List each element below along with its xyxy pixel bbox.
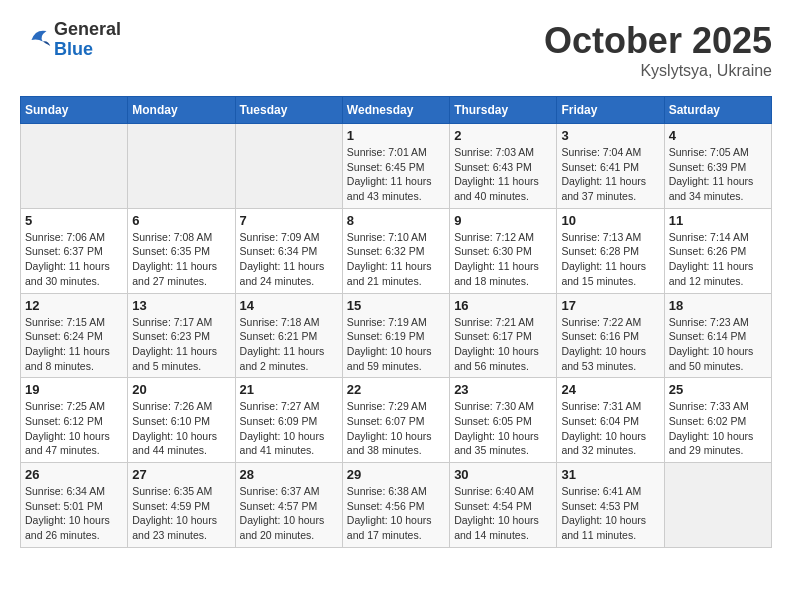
day-number: 16 [454, 298, 552, 313]
day-info: Sunrise: 7:12 AM Sunset: 6:30 PM Dayligh… [454, 230, 552, 289]
calendar-cell: 25Sunrise: 7:33 AM Sunset: 6:02 PM Dayli… [664, 378, 771, 463]
day-info: Sunrise: 7:27 AM Sunset: 6:09 PM Dayligh… [240, 399, 338, 458]
day-number: 27 [132, 467, 230, 482]
day-info: Sunrise: 7:31 AM Sunset: 6:04 PM Dayligh… [561, 399, 659, 458]
calendar-week-row: 19Sunrise: 7:25 AM Sunset: 6:12 PM Dayli… [21, 378, 772, 463]
day-number: 31 [561, 467, 659, 482]
day-info: Sunrise: 6:38 AM Sunset: 4:56 PM Dayligh… [347, 484, 445, 543]
calendar-cell: 18Sunrise: 7:23 AM Sunset: 6:14 PM Dayli… [664, 293, 771, 378]
calendar-cell: 23Sunrise: 7:30 AM Sunset: 6:05 PM Dayli… [450, 378, 557, 463]
day-info: Sunrise: 6:37 AM Sunset: 4:57 PM Dayligh… [240, 484, 338, 543]
calendar-cell: 1Sunrise: 7:01 AM Sunset: 6:45 PM Daylig… [342, 124, 449, 209]
calendar-week-row: 26Sunrise: 6:34 AM Sunset: 5:01 PM Dayli… [21, 463, 772, 548]
day-number: 3 [561, 128, 659, 143]
day-number: 4 [669, 128, 767, 143]
logo-bird-icon [24, 25, 54, 55]
calendar-cell: 7Sunrise: 7:09 AM Sunset: 6:34 PM Daylig… [235, 208, 342, 293]
day-info: Sunrise: 7:06 AM Sunset: 6:37 PM Dayligh… [25, 230, 123, 289]
day-number: 19 [25, 382, 123, 397]
page-header: General Blue October 2025 Kyslytsya, Ukr… [20, 20, 772, 80]
calendar-cell: 13Sunrise: 7:17 AM Sunset: 6:23 PM Dayli… [128, 293, 235, 378]
day-info: Sunrise: 7:22 AM Sunset: 6:16 PM Dayligh… [561, 315, 659, 374]
calendar-cell [235, 124, 342, 209]
calendar-cell: 5Sunrise: 7:06 AM Sunset: 6:37 PM Daylig… [21, 208, 128, 293]
day-number: 20 [132, 382, 230, 397]
day-number: 13 [132, 298, 230, 313]
calendar-cell: 24Sunrise: 7:31 AM Sunset: 6:04 PM Dayli… [557, 378, 664, 463]
calendar-cell: 17Sunrise: 7:22 AM Sunset: 6:16 PM Dayli… [557, 293, 664, 378]
day-info: Sunrise: 7:21 AM Sunset: 6:17 PM Dayligh… [454, 315, 552, 374]
day-info: Sunrise: 7:03 AM Sunset: 6:43 PM Dayligh… [454, 145, 552, 204]
logo-text: General Blue [54, 20, 121, 60]
calendar-cell: 28Sunrise: 6:37 AM Sunset: 4:57 PM Dayli… [235, 463, 342, 548]
day-number: 10 [561, 213, 659, 228]
weekday-header: Saturday [664, 97, 771, 124]
day-number: 11 [669, 213, 767, 228]
day-number: 1 [347, 128, 445, 143]
calendar-cell: 9Sunrise: 7:12 AM Sunset: 6:30 PM Daylig… [450, 208, 557, 293]
day-number: 30 [454, 467, 552, 482]
day-number: 23 [454, 382, 552, 397]
day-info: Sunrise: 7:33 AM Sunset: 6:02 PM Dayligh… [669, 399, 767, 458]
day-info: Sunrise: 7:01 AM Sunset: 6:45 PM Dayligh… [347, 145, 445, 204]
weekday-header: Wednesday [342, 97, 449, 124]
weekday-header-row: SundayMondayTuesdayWednesdayThursdayFrid… [21, 97, 772, 124]
location: Kyslytsya, Ukraine [544, 62, 772, 80]
day-info: Sunrise: 7:14 AM Sunset: 6:26 PM Dayligh… [669, 230, 767, 289]
day-info: Sunrise: 7:23 AM Sunset: 6:14 PM Dayligh… [669, 315, 767, 374]
day-number: 25 [669, 382, 767, 397]
day-info: Sunrise: 7:17 AM Sunset: 6:23 PM Dayligh… [132, 315, 230, 374]
weekday-header: Thursday [450, 97, 557, 124]
day-info: Sunrise: 7:09 AM Sunset: 6:34 PM Dayligh… [240, 230, 338, 289]
calendar-cell: 15Sunrise: 7:19 AM Sunset: 6:19 PM Dayli… [342, 293, 449, 378]
day-info: Sunrise: 7:10 AM Sunset: 6:32 PM Dayligh… [347, 230, 445, 289]
logo-general: General [54, 20, 121, 40]
calendar-cell: 26Sunrise: 6:34 AM Sunset: 5:01 PM Dayli… [21, 463, 128, 548]
logo-blue: Blue [54, 40, 121, 60]
weekday-header: Monday [128, 97, 235, 124]
calendar-cell: 27Sunrise: 6:35 AM Sunset: 4:59 PM Dayli… [128, 463, 235, 548]
calendar-week-row: 1Sunrise: 7:01 AM Sunset: 6:45 PM Daylig… [21, 124, 772, 209]
day-number: 26 [25, 467, 123, 482]
day-number: 17 [561, 298, 659, 313]
day-number: 14 [240, 298, 338, 313]
day-info: Sunrise: 7:04 AM Sunset: 6:41 PM Dayligh… [561, 145, 659, 204]
calendar-cell: 22Sunrise: 7:29 AM Sunset: 6:07 PM Dayli… [342, 378, 449, 463]
weekday-header: Friday [557, 97, 664, 124]
day-number: 5 [25, 213, 123, 228]
calendar-cell [664, 463, 771, 548]
logo: General Blue [20, 20, 121, 60]
day-info: Sunrise: 6:35 AM Sunset: 4:59 PM Dayligh… [132, 484, 230, 543]
calendar-body: 1Sunrise: 7:01 AM Sunset: 6:45 PM Daylig… [21, 124, 772, 548]
calendar-cell: 2Sunrise: 7:03 AM Sunset: 6:43 PM Daylig… [450, 124, 557, 209]
calendar-week-row: 5Sunrise: 7:06 AM Sunset: 6:37 PM Daylig… [21, 208, 772, 293]
calendar-cell: 10Sunrise: 7:13 AM Sunset: 6:28 PM Dayli… [557, 208, 664, 293]
calendar-cell: 30Sunrise: 6:40 AM Sunset: 4:54 PM Dayli… [450, 463, 557, 548]
day-info: Sunrise: 7:25 AM Sunset: 6:12 PM Dayligh… [25, 399, 123, 458]
calendar-cell: 12Sunrise: 7:15 AM Sunset: 6:24 PM Dayli… [21, 293, 128, 378]
calendar-header: SundayMondayTuesdayWednesdayThursdayFrid… [21, 97, 772, 124]
calendar-cell: 31Sunrise: 6:41 AM Sunset: 4:53 PM Dayli… [557, 463, 664, 548]
calendar-cell [128, 124, 235, 209]
day-number: 24 [561, 382, 659, 397]
calendar-cell: 21Sunrise: 7:27 AM Sunset: 6:09 PM Dayli… [235, 378, 342, 463]
title-block: October 2025 Kyslytsya, Ukraine [544, 20, 772, 80]
calendar-week-row: 12Sunrise: 7:15 AM Sunset: 6:24 PM Dayli… [21, 293, 772, 378]
calendar-cell [21, 124, 128, 209]
day-number: 12 [25, 298, 123, 313]
day-number: 15 [347, 298, 445, 313]
day-info: Sunrise: 7:30 AM Sunset: 6:05 PM Dayligh… [454, 399, 552, 458]
day-number: 2 [454, 128, 552, 143]
day-info: Sunrise: 7:18 AM Sunset: 6:21 PM Dayligh… [240, 315, 338, 374]
day-info: Sunrise: 6:34 AM Sunset: 5:01 PM Dayligh… [25, 484, 123, 543]
day-info: Sunrise: 6:41 AM Sunset: 4:53 PM Dayligh… [561, 484, 659, 543]
day-number: 21 [240, 382, 338, 397]
calendar-cell: 29Sunrise: 6:38 AM Sunset: 4:56 PM Dayli… [342, 463, 449, 548]
weekday-header: Tuesday [235, 97, 342, 124]
calendar-cell: 11Sunrise: 7:14 AM Sunset: 6:26 PM Dayli… [664, 208, 771, 293]
calendar-cell: 8Sunrise: 7:10 AM Sunset: 6:32 PM Daylig… [342, 208, 449, 293]
calendar-cell: 19Sunrise: 7:25 AM Sunset: 6:12 PM Dayli… [21, 378, 128, 463]
calendar-cell: 3Sunrise: 7:04 AM Sunset: 6:41 PM Daylig… [557, 124, 664, 209]
day-number: 28 [240, 467, 338, 482]
day-info: Sunrise: 7:13 AM Sunset: 6:28 PM Dayligh… [561, 230, 659, 289]
